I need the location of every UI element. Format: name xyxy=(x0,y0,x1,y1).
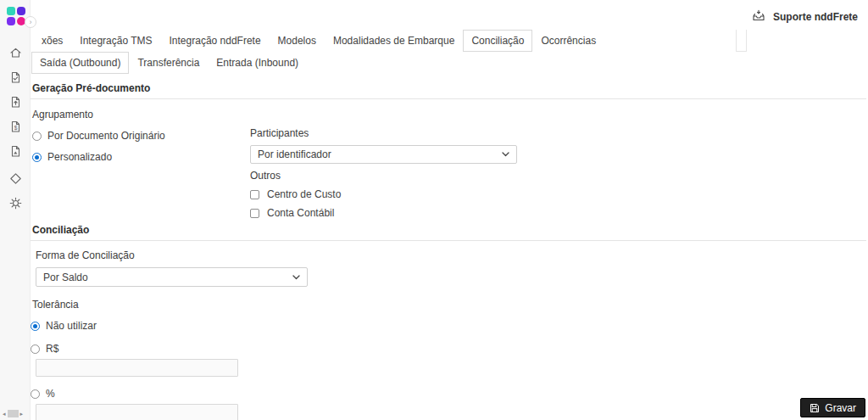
section-title-pre-documento: Geração Pré-documento xyxy=(31,73,866,99)
outros-label: Outros xyxy=(250,170,866,182)
save-button[interactable]: Gravar xyxy=(800,398,865,417)
save-label: Gravar xyxy=(825,402,856,414)
select-value: Por identificador xyxy=(258,148,331,160)
checkbox-conta-contabil[interactable]: Conta Contábil xyxy=(250,207,866,219)
app-logo xyxy=(7,7,25,25)
sidebar-item-doc-arrow[interactable] xyxy=(8,95,23,109)
tolerance-rs-input[interactable] xyxy=(36,359,238,377)
main-content: Geração Pré-documento Agrupamento Por Do… xyxy=(31,73,866,420)
chevron-down-icon xyxy=(502,152,509,157)
agrupamento-label: Agrupamento xyxy=(32,109,250,120)
radio-checked-icon[interactable] xyxy=(31,322,40,331)
sidebar-item-doc-dollar[interactable]: $ xyxy=(8,120,23,134)
subtab-entrada-inbound[interactable]: Entrada (Inbound) xyxy=(208,52,307,74)
scrollbar-thumb[interactable] xyxy=(8,410,19,417)
sidebar: $ ◂ ▸ xyxy=(0,0,31,420)
radio-reais[interactable]: R$ xyxy=(31,343,866,355)
tab-conexoes[interactable]: xões xyxy=(33,30,71,52)
participantes-select[interactable]: Por identificador xyxy=(250,145,517,164)
forma-conciliacao-select[interactable]: Por Saldo xyxy=(36,267,308,287)
radio-personalizado[interactable]: Personalizado xyxy=(32,151,250,163)
radio-icon[interactable] xyxy=(31,344,40,354)
sub-tab-bar: Saída (Outbound) Transferência Entrada (… xyxy=(31,52,307,74)
support-link[interactable]: Suporte nddFrete xyxy=(752,8,858,25)
scroll-right-icon[interactable]: ▸ xyxy=(20,411,24,417)
radio-label: Por Documento Originário xyxy=(47,130,165,142)
sidebar-expand-button[interactable]: › xyxy=(25,16,36,28)
radio-icon[interactable] xyxy=(32,132,42,141)
tab-overflow-box xyxy=(736,30,747,52)
tab-ocorrencias[interactable]: Ocorrências xyxy=(532,30,604,52)
radio-nao-utilizar[interactable]: Não utilizar xyxy=(31,320,866,332)
tab-integracao-nddfrete[interactable]: Integração nddFrete xyxy=(161,30,270,52)
radio-icon[interactable] xyxy=(31,389,40,399)
support-inbox-icon xyxy=(752,8,765,25)
participantes-label: Participantes xyxy=(250,127,866,139)
scroll-left-icon[interactable]: ◂ xyxy=(3,411,6,417)
logo-square-purple xyxy=(7,17,15,25)
tab-modalidades-embarque[interactable]: Modalidades de Embarque xyxy=(325,30,463,52)
checkbox-centro-de-custo[interactable]: Centro de Custo xyxy=(250,188,866,200)
sidebar-item-settings[interactable] xyxy=(8,196,23,210)
section-title-conciliacao: Conciliação xyxy=(31,219,866,241)
radio-label: R$ xyxy=(46,343,58,355)
svg-text:$: $ xyxy=(14,125,17,131)
checkbox-label: Centro de Custo xyxy=(267,188,341,200)
support-label: Suporte nddFrete xyxy=(773,11,858,23)
logo-square-teal xyxy=(7,7,15,15)
document-arrow-icon xyxy=(8,95,23,109)
document-dollar-icon: $ xyxy=(8,120,23,134)
radio-por-documento-originario[interactable]: Por Documento Originário xyxy=(32,130,250,142)
sidebar-item-diamond[interactable] xyxy=(8,171,23,186)
radio-percent[interactable]: % xyxy=(31,388,866,400)
subtab-saida-outbound[interactable]: Saída (Outbound) xyxy=(31,52,129,74)
diamond-icon xyxy=(8,171,23,186)
agrupamento-section: Agrupamento Por Documento Originário Per… xyxy=(31,99,866,219)
forma-conciliacao-label: Forma de Conciliação xyxy=(36,249,866,261)
radio-checked-icon[interactable] xyxy=(32,153,42,162)
radio-label: Personalizado xyxy=(47,151,112,163)
subtab-transferencia[interactable]: Transferência xyxy=(129,52,208,74)
tab-modelos[interactable]: Modelos xyxy=(270,30,325,52)
tab-integracao-tms[interactable]: Integração TMS xyxy=(71,30,160,52)
tab-conciliacao[interactable]: Conciliação xyxy=(463,30,532,52)
chevron-down-icon xyxy=(292,275,300,280)
document-image-icon xyxy=(8,144,23,159)
checkbox-icon[interactable] xyxy=(250,190,259,199)
gear-icon xyxy=(8,196,23,210)
tolerancia-label: Tolerância xyxy=(32,299,866,311)
radio-label: % xyxy=(46,388,55,400)
logo-square-indigo xyxy=(17,7,25,15)
sidebar-item-home[interactable] xyxy=(8,46,23,60)
sidebar-item-doc-check[interactable] xyxy=(8,70,23,85)
home-icon xyxy=(8,46,23,60)
document-check-icon xyxy=(8,70,23,85)
checkbox-icon[interactable] xyxy=(250,209,259,218)
select-value: Por Saldo xyxy=(43,272,88,283)
tolerance-percent-input[interactable] xyxy=(36,404,238,420)
sidebar-nav: $ xyxy=(0,46,31,210)
main-tab-bar: xões Integração TMS Integração nddFrete … xyxy=(31,30,604,52)
sidebar-item-doc-image[interactable] xyxy=(8,144,23,159)
radio-label: Não utilizar xyxy=(46,320,97,332)
checkbox-label: Conta Contábil xyxy=(267,207,334,219)
save-icon xyxy=(810,403,820,413)
sidebar-horizontal-scrollbar: ◂ ▸ xyxy=(3,410,23,417)
